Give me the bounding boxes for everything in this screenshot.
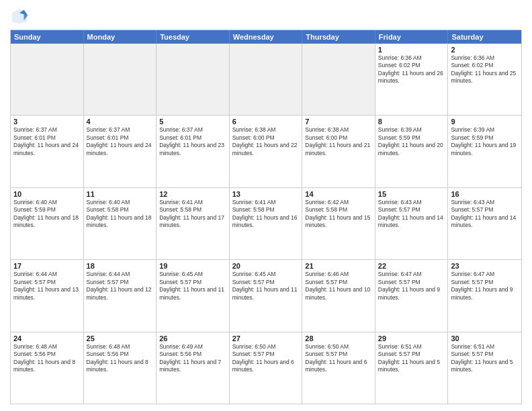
- header-day-tuesday: Tuesday: [157, 30, 230, 44]
- day-number: 16: [451, 190, 519, 198]
- calendar-cell: 9Sunrise: 6:39 AM Sunset: 5:59 PM Daylig…: [448, 116, 521, 187]
- day-info: Sunrise: 6:39 AM Sunset: 5:59 PM Dayligh…: [378, 126, 445, 157]
- day-info: Sunrise: 6:38 AM Sunset: 6:00 PM Dayligh…: [232, 126, 300, 157]
- day-number: 28: [305, 334, 372, 342]
- header-day-thursday: Thursday: [302, 30, 375, 44]
- calendar-cell: 14Sunrise: 6:42 AM Sunset: 5:58 PM Dayli…: [302, 188, 375, 259]
- day-number: 24: [13, 334, 81, 342]
- day-info: Sunrise: 6:36 AM Sunset: 6:02 PM Dayligh…: [378, 54, 445, 85]
- day-number: 21: [305, 262, 372, 270]
- day-info: Sunrise: 6:40 AM Sunset: 5:59 PM Dayligh…: [13, 199, 81, 230]
- day-number: 19: [159, 262, 226, 270]
- calendar-cell: 12Sunrise: 6:41 AM Sunset: 5:58 PM Dayli…: [157, 188, 230, 259]
- day-number: 18: [87, 262, 154, 270]
- day-number: 22: [378, 262, 445, 270]
- calendar-row-2: 3Sunrise: 6:37 AM Sunset: 6:01 PM Daylig…: [11, 115, 521, 187]
- logo-icon: [10, 7, 29, 26]
- day-number: 26: [159, 334, 226, 342]
- header-day-wednesday: Wednesday: [230, 30, 303, 44]
- logo: [10, 7, 32, 26]
- day-number: 9: [451, 118, 519, 126]
- day-number: 13: [232, 190, 300, 198]
- day-info: Sunrise: 6:46 AM Sunset: 5:57 PM Dayligh…: [305, 271, 372, 302]
- day-number: 14: [305, 190, 372, 198]
- calendar-cell: 3Sunrise: 6:37 AM Sunset: 6:01 PM Daylig…: [11, 116, 84, 187]
- day-number: 12: [159, 190, 226, 198]
- day-info: Sunrise: 6:48 AM Sunset: 5:56 PM Dayligh…: [13, 343, 81, 374]
- day-info: Sunrise: 6:41 AM Sunset: 5:58 PM Dayligh…: [232, 199, 300, 230]
- calendar-cell: 24Sunrise: 6:48 AM Sunset: 5:56 PM Dayli…: [11, 332, 84, 404]
- calendar-cell: [302, 44, 375, 115]
- day-number: 23: [451, 262, 519, 270]
- day-info: Sunrise: 6:43 AM Sunset: 5:57 PM Dayligh…: [451, 199, 519, 230]
- calendar-cell: 13Sunrise: 6:41 AM Sunset: 5:58 PM Dayli…: [230, 188, 303, 259]
- day-number: 7: [305, 118, 372, 126]
- calendar-cell: 6Sunrise: 6:38 AM Sunset: 6:00 PM Daylig…: [230, 116, 303, 187]
- calendar-cell: 27Sunrise: 6:50 AM Sunset: 5:57 PM Dayli…: [230, 332, 303, 404]
- day-info: Sunrise: 6:50 AM Sunset: 5:57 PM Dayligh…: [305, 343, 372, 374]
- day-number: 30: [451, 334, 519, 342]
- day-number: 2: [451, 46, 519, 54]
- day-number: 4: [87, 118, 154, 126]
- calendar-cell: 8Sunrise: 6:39 AM Sunset: 5:59 PM Daylig…: [375, 116, 449, 187]
- day-info: Sunrise: 6:50 AM Sunset: 5:57 PM Dayligh…: [232, 343, 300, 374]
- day-number: 17: [13, 262, 81, 270]
- calendar-cell: 25Sunrise: 6:48 AM Sunset: 5:56 PM Dayli…: [84, 332, 157, 404]
- calendar-cell: 22Sunrise: 6:47 AM Sunset: 5:57 PM Dayli…: [375, 260, 449, 331]
- header-day-monday: Monday: [84, 30, 157, 44]
- calendar-body: 1Sunrise: 6:36 AM Sunset: 6:02 PM Daylig…: [11, 44, 521, 404]
- day-info: Sunrise: 6:37 AM Sunset: 6:01 PM Dayligh…: [13, 126, 81, 157]
- day-number: 20: [232, 262, 300, 270]
- calendar-row-4: 17Sunrise: 6:44 AM Sunset: 5:57 PM Dayli…: [11, 259, 521, 331]
- calendar-cell: 20Sunrise: 6:45 AM Sunset: 5:57 PM Dayli…: [230, 260, 303, 331]
- calendar-header: SundayMondayTuesdayWednesdayThursdayFrid…: [11, 30, 521, 44]
- day-number: 1: [378, 46, 445, 54]
- calendar-cell: 15Sunrise: 6:43 AM Sunset: 5:57 PM Dayli…: [375, 188, 449, 259]
- day-info: Sunrise: 6:36 AM Sunset: 6:02 PM Dayligh…: [451, 54, 519, 85]
- day-number: 3: [13, 118, 81, 126]
- day-info: Sunrise: 6:51 AM Sunset: 5:57 PM Dayligh…: [378, 343, 445, 374]
- calendar-cell: 19Sunrise: 6:45 AM Sunset: 5:57 PM Dayli…: [157, 260, 230, 331]
- calendar-cell: 17Sunrise: 6:44 AM Sunset: 5:57 PM Dayli…: [11, 260, 84, 331]
- day-info: Sunrise: 6:47 AM Sunset: 5:57 PM Dayligh…: [451, 271, 519, 302]
- day-number: 6: [232, 118, 300, 126]
- calendar-row-3: 10Sunrise: 6:40 AM Sunset: 5:59 PM Dayli…: [11, 187, 521, 259]
- day-info: Sunrise: 6:42 AM Sunset: 5:58 PM Dayligh…: [305, 199, 372, 230]
- day-info: Sunrise: 6:41 AM Sunset: 5:58 PM Dayligh…: [159, 199, 226, 230]
- header-day-friday: Friday: [375, 30, 449, 44]
- calendar-cell: 23Sunrise: 6:47 AM Sunset: 5:57 PM Dayli…: [448, 260, 521, 331]
- calendar-cell: 28Sunrise: 6:50 AM Sunset: 5:57 PM Dayli…: [302, 332, 375, 404]
- day-number: 10: [13, 190, 81, 198]
- day-number: 11: [87, 190, 154, 198]
- calendar-cell: 2Sunrise: 6:36 AM Sunset: 6:02 PM Daylig…: [448, 44, 521, 115]
- day-info: Sunrise: 6:39 AM Sunset: 5:59 PM Dayligh…: [451, 126, 519, 157]
- day-info: Sunrise: 6:44 AM Sunset: 5:57 PM Dayligh…: [13, 271, 81, 302]
- day-info: Sunrise: 6:44 AM Sunset: 5:57 PM Dayligh…: [87, 271, 154, 302]
- calendar-cell: 26Sunrise: 6:49 AM Sunset: 5:56 PM Dayli…: [157, 332, 230, 404]
- day-info: Sunrise: 6:47 AM Sunset: 5:57 PM Dayligh…: [378, 271, 445, 302]
- day-info: Sunrise: 6:45 AM Sunset: 5:57 PM Dayligh…: [232, 271, 300, 302]
- header: [10, 7, 522, 26]
- day-info: Sunrise: 6:37 AM Sunset: 6:01 PM Dayligh…: [159, 126, 226, 157]
- day-number: 8: [378, 118, 445, 126]
- calendar-row-1: 1Sunrise: 6:36 AM Sunset: 6:02 PM Daylig…: [11, 44, 521, 115]
- day-info: Sunrise: 6:43 AM Sunset: 5:57 PM Dayligh…: [378, 199, 445, 230]
- calendar-cell: [157, 44, 230, 115]
- day-number: 27: [232, 334, 300, 342]
- calendar-cell: [230, 44, 303, 115]
- day-info: Sunrise: 6:45 AM Sunset: 5:57 PM Dayligh…: [159, 271, 226, 302]
- calendar-cell: 4Sunrise: 6:37 AM Sunset: 6:01 PM Daylig…: [84, 116, 157, 187]
- page: SundayMondayTuesdayWednesdayThursdayFrid…: [0, 0, 532, 411]
- calendar-cell: 10Sunrise: 6:40 AM Sunset: 5:59 PM Dayli…: [11, 188, 84, 259]
- calendar-cell: 1Sunrise: 6:36 AM Sunset: 6:02 PM Daylig…: [375, 44, 449, 115]
- calendar-cell: [84, 44, 157, 115]
- calendar-cell: 7Sunrise: 6:38 AM Sunset: 6:00 PM Daylig…: [302, 116, 375, 187]
- day-info: Sunrise: 6:48 AM Sunset: 5:56 PM Dayligh…: [87, 343, 154, 374]
- day-number: 5: [159, 118, 226, 126]
- day-number: 15: [378, 190, 445, 198]
- day-info: Sunrise: 6:38 AM Sunset: 6:00 PM Dayligh…: [305, 126, 372, 157]
- day-info: Sunrise: 6:51 AM Sunset: 5:57 PM Dayligh…: [451, 343, 519, 374]
- day-number: 25: [87, 334, 154, 342]
- header-day-saturday: Saturday: [448, 30, 521, 44]
- calendar-cell: 18Sunrise: 6:44 AM Sunset: 5:57 PM Dayli…: [84, 260, 157, 331]
